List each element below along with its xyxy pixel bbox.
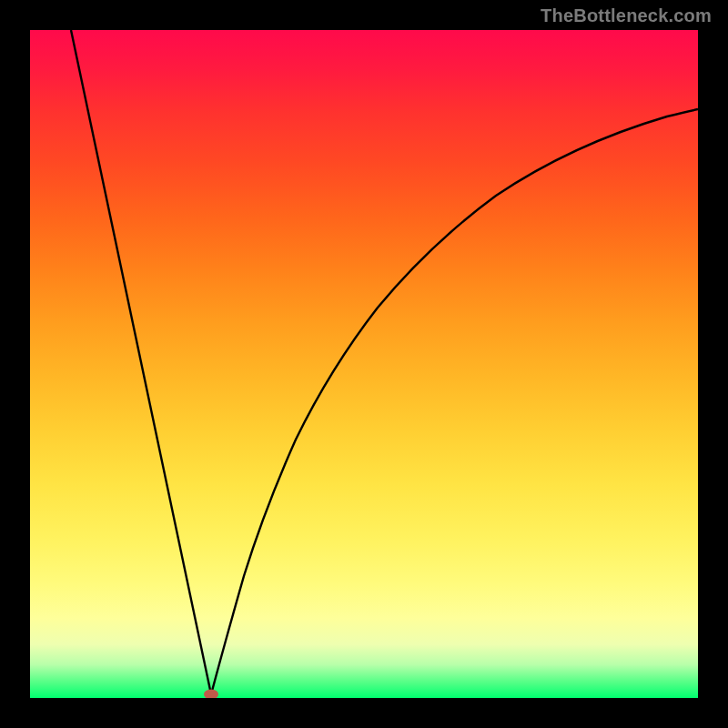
optimal-point-marker xyxy=(204,690,218,699)
chart-frame: TheBottleneck.com xyxy=(0,0,728,728)
watermark-text: TheBottleneck.com xyxy=(541,5,712,26)
curve-left-branch xyxy=(71,30,211,694)
plot-area xyxy=(30,30,698,698)
curve-right-branch xyxy=(211,109,698,694)
bottleneck-curve xyxy=(30,30,698,698)
